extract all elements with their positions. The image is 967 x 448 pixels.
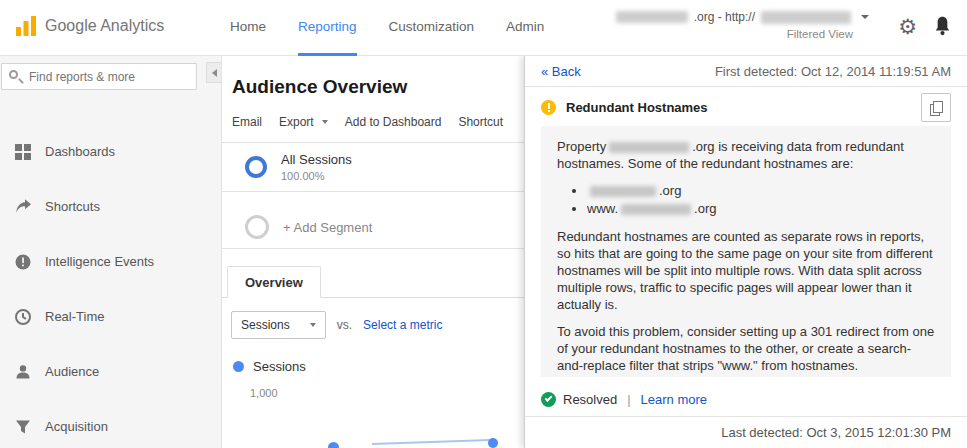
- hostname-suffix-text: .org: [659, 183, 681, 198]
- caret-down-icon: [310, 323, 316, 327]
- analytics-bars-icon: [14, 14, 38, 38]
- redacted-property-url: [761, 11, 851, 24]
- sidebar-item-real-time[interactable]: Real-Time: [0, 289, 221, 344]
- hostname-prefix-text: www.: [587, 201, 618, 216]
- series-color-dot: [233, 361, 244, 372]
- hostname-suffix-text: .org: [694, 201, 716, 216]
- filtered-view-label: Filtered View: [613, 28, 869, 40]
- last-detected-timestamp: Last detected: Oct 3, 2015 12:01:30 PM: [525, 416, 967, 448]
- redundant-hostnames-list: .org www..org: [557, 182, 935, 218]
- legend-series-label: Sessions: [253, 359, 306, 374]
- search-icon: [9, 70, 18, 79]
- redacted-hostname: [621, 204, 691, 215]
- google-analytics-logo[interactable]: Google Analytics: [14, 14, 164, 38]
- add-to-dashboard-label: Add to Dashboard: [345, 115, 442, 129]
- segment-percent: 100.00%: [281, 170, 352, 182]
- notification-body: Property.org is receiving data from redu…: [541, 126, 951, 377]
- warning-icon: [541, 100, 556, 115]
- resolved-check-icon: [541, 392, 556, 407]
- add-segment-ring-icon: [245, 215, 269, 239]
- sidebar-item-acquisition[interactable]: Acquisition: [0, 399, 221, 448]
- sidebar-item-label: Dashboards: [45, 144, 115, 159]
- tab-overview[interactable]: Overview: [227, 266, 321, 298]
- nav-home[interactable]: Home: [230, 0, 266, 56]
- add-segment-label: + Add Segment: [283, 220, 372, 235]
- sidebar-item-audience[interactable]: Audience: [0, 344, 221, 399]
- notification-title: Redundant Hostnames: [566, 100, 708, 115]
- google-analytics-app: Google Analytics Home Reporting Customiz…: [0, 0, 967, 448]
- segment-name: All Sessions: [281, 152, 352, 167]
- panel-header: « Back First detected: Oct 12, 2014 11:1…: [525, 56, 967, 87]
- caret-down-icon: [322, 120, 328, 124]
- account-line: .org - http://: [613, 10, 869, 24]
- redacted-property-name: [609, 142, 689, 153]
- redacted-hostname: [590, 186, 656, 197]
- redacted-account-name: [616, 11, 688, 23]
- intro-prefix-text: Property: [557, 139, 606, 154]
- caret-down-icon: [861, 15, 869, 19]
- sidebar-item-label: Shortcuts: [45, 199, 100, 214]
- chevron-left-icon: [212, 69, 217, 77]
- search-input[interactable]: [1, 63, 197, 90]
- footer-separator: |: [627, 392, 630, 407]
- primary-nav: Home Reporting Customization Admin: [230, 0, 544, 56]
- select-a-metric-link[interactable]: Select a metric: [363, 318, 442, 332]
- first-detected-timestamp: First detected: Oct 12, 2014 11:19:51 AM: [715, 64, 951, 79]
- email-button-label: Email: [232, 115, 262, 129]
- person-icon: [14, 363, 32, 381]
- funnel-icon: [14, 418, 32, 436]
- sidebar-item-label: Audience: [45, 364, 99, 379]
- hostname-list-item: www..org: [587, 200, 935, 218]
- sidebar-item-label: Real-Time: [45, 309, 104, 324]
- notification-detail-panel: « Back First detected: Oct 12, 2014 11:1…: [524, 56, 967, 448]
- shortcut-arrow-icon: [14, 198, 32, 216]
- sidebar-item-shortcuts[interactable]: Shortcuts: [0, 179, 221, 234]
- report-search: [1, 63, 197, 90]
- brand-name: Google Analytics: [45, 17, 164, 35]
- segment-ring-icon: [245, 156, 267, 178]
- nav-customization[interactable]: Customization: [389, 0, 475, 56]
- sidebar-collapse-button[interactable]: [206, 62, 221, 83]
- panel-title-row: Redundant Hostnames: [525, 87, 967, 120]
- report-sidebar: Dashboards Shortcuts Intelligence Events: [0, 56, 222, 448]
- nav-reporting[interactable]: Reporting: [298, 0, 357, 56]
- account-url-text: .org - http://: [694, 10, 755, 24]
- copy-icon: [930, 101, 942, 115]
- intelligence-alert-icon: [14, 253, 32, 271]
- email-button[interactable]: Email: [232, 115, 262, 129]
- account-selector[interactable]: .org - http:// Filtered View: [613, 10, 869, 40]
- sidebar-item-label: Acquisition: [45, 419, 108, 434]
- sidebar-item-intelligence-events[interactable]: Intelligence Events: [0, 234, 221, 289]
- clock-icon: [14, 308, 32, 326]
- export-button[interactable]: Export: [279, 115, 328, 129]
- notification-explanation: Redundant hostnames are counted as separ…: [557, 228, 935, 313]
- notification-intro: Property.org is receiving data from redu…: [557, 138, 935, 172]
- resolved-label: Resolved: [563, 392, 617, 407]
- panel-footer: Resolved | Learn more: [525, 385, 967, 416]
- notifications-bell-icon[interactable]: [932, 15, 953, 41]
- top-navigation-bar: Google Analytics Home Reporting Customiz…: [0, 0, 967, 56]
- sidebar-item-dashboards[interactable]: Dashboards: [0, 124, 221, 179]
- copy-button[interactable]: [921, 93, 951, 122]
- metric-select-dropdown[interactable]: Sessions: [231, 311, 326, 339]
- chart-line-fragment: [372, 439, 490, 445]
- shortcut-button[interactable]: Shortcut: [458, 115, 503, 129]
- notification-recommendation: To avoid this problem, consider setting …: [557, 323, 935, 374]
- export-button-label: Export: [279, 115, 314, 129]
- hostname-list-item: .org: [587, 182, 935, 200]
- vs-label: vs.: [337, 318, 352, 332]
- sidebar-nav-list: Dashboards Shortcuts Intelligence Events: [0, 124, 221, 448]
- nav-admin[interactable]: Admin: [506, 0, 544, 56]
- back-link[interactable]: « Back: [541, 64, 581, 79]
- metric-selected-label: Sessions: [241, 318, 290, 332]
- sidebar-item-label: Intelligence Events: [45, 254, 154, 269]
- settings-gear-icon[interactable]: ⚙: [898, 15, 917, 39]
- chart-point-marker: [328, 442, 339, 448]
- chart-point-marker: [488, 438, 498, 448]
- add-to-dashboard-button[interactable]: Add to Dashboard: [345, 115, 442, 129]
- dashboards-grid-icon: [14, 143, 32, 161]
- shortcut-button-label: Shortcut: [458, 115, 503, 129]
- learn-more-link[interactable]: Learn more: [641, 392, 707, 407]
